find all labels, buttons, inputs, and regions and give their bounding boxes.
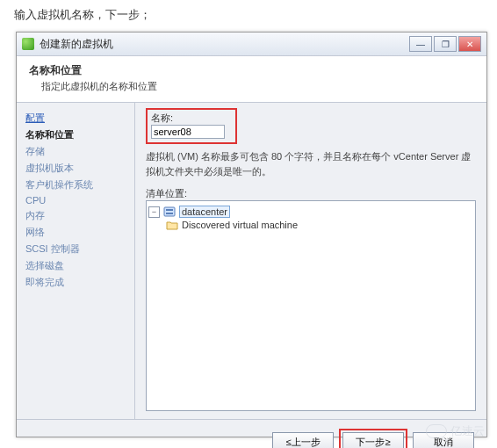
svg-rect-2 [166, 213, 173, 214]
cancel-button[interactable]: 取消 [413, 432, 474, 448]
page-instruction: 输入虚拟机名称，下一步； [0, 0, 497, 30]
maximize-button[interactable]: ❐ [434, 36, 457, 52]
close-button[interactable]: ✕ [458, 36, 481, 52]
minimize-button[interactable]: — [409, 36, 432, 52]
svg-rect-1 [166, 209, 173, 211]
next-highlight-box: 下一步≥ [339, 429, 407, 448]
step-subtitle: 指定此虚拟机的名称和位置 [41, 80, 474, 93]
step-title: 名称和位置 [29, 63, 474, 78]
inventory-label: 清单位置: [146, 187, 476, 200]
name-hint: 虚拟机 (VM) 名称最多可包含 80 个字符，并且名称在每个 vCenter … [146, 149, 476, 178]
back-button[interactable]: ≤上一步 [272, 432, 334, 448]
sidebar-item-name-location[interactable]: 名称和位置 [25, 126, 131, 143]
folder-icon [166, 220, 178, 230]
wizard-header: 名称和位置 指定此虚拟机的名称和位置 [17, 56, 486, 103]
tree-child-row[interactable]: Discovered virtual machine [166, 219, 473, 231]
sidebar-item-guest-os[interactable]: 客户机操作系统 [25, 177, 131, 193]
name-label: 名称: [151, 112, 232, 125]
tree-root-label: datacenter [179, 206, 230, 218]
sidebar-item-network[interactable]: 网络 [25, 224, 131, 241]
sidebar-item-config[interactable]: 配置 [25, 110, 131, 126]
next-button[interactable]: 下一步≥ [342, 432, 404, 448]
vm-name-input[interactable] [151, 125, 225, 139]
sidebar-item-ready[interactable]: 即将完成 [25, 274, 131, 291]
sidebar-item-storage[interactable]: 存储 [25, 143, 131, 160]
tree-child-label: Discovered virtual machine [182, 220, 298, 230]
window-title: 创建新的虚拟机 [40, 37, 407, 52]
wizard-steps-sidebar: 配置 名称和位置 存储 虚拟机版本 客户机操作系统 CPU 内存 网络 SCSI… [17, 103, 135, 419]
wizard-form: 名称: 虚拟机 (VM) 名称最多可包含 80 个字符，并且名称在每个 vCen… [135, 103, 486, 419]
tree-expander-icon[interactable]: − [148, 206, 160, 218]
name-highlight-box: 名称: [146, 108, 237, 144]
svg-rect-0 [164, 207, 175, 216]
datacenter-icon [163, 206, 176, 217]
wizard-dialog: 创建新的虚拟机 — ❐ ✕ 名称和位置 指定此虚拟机的名称和位置 配置 名称和位… [16, 32, 487, 437]
inventory-tree[interactable]: − datacenter Discovered virtual machine [146, 200, 476, 411]
sidebar-item-scsi[interactable]: SCSI 控制器 [25, 241, 131, 257]
app-icon [22, 38, 34, 50]
wizard-buttons: ≤上一步 下一步≥ 取消 [17, 420, 486, 448]
sidebar-item-vm-version[interactable]: 虚拟机版本 [25, 160, 131, 177]
sidebar-item-disk[interactable]: 选择磁盘 [25, 257, 131, 274]
titlebar: 创建新的虚拟机 — ❐ ✕ [17, 33, 486, 56]
tree-root-row[interactable]: − datacenter [148, 205, 473, 219]
sidebar-item-cpu[interactable]: CPU [25, 193, 131, 207]
sidebar-item-memory[interactable]: 内存 [25, 207, 131, 224]
